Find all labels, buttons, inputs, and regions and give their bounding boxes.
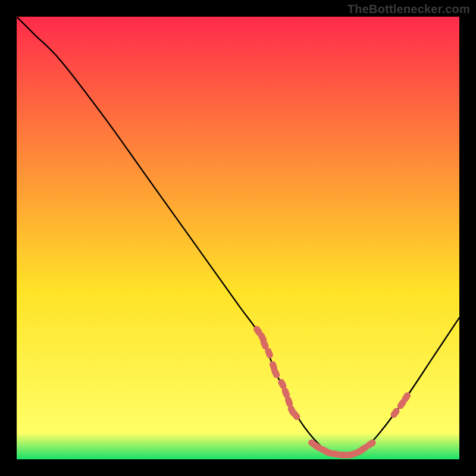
gradient-background <box>17 17 459 459</box>
chart-svg <box>17 17 459 459</box>
chart-frame: TheBottlenecker.com <box>0 0 476 476</box>
plot-area <box>17 17 459 459</box>
watermark-text: TheBottlenecker.com <box>347 2 470 16</box>
